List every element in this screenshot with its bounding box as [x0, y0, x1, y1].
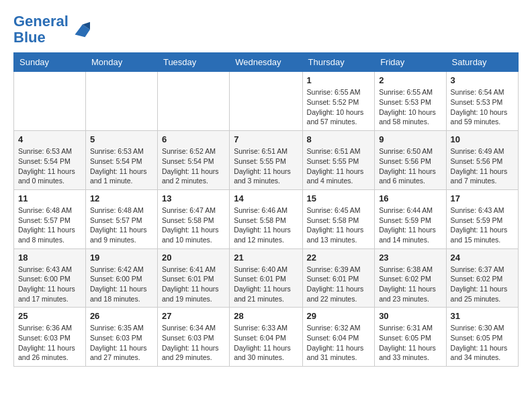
calendar-cell: 30Sunrise: 6:31 AM Sunset: 6:05 PM Dayli… — [375, 308, 446, 367]
day-header-sunday: Sunday — [14, 53, 86, 72]
day-number: 6 — [162, 134, 225, 144]
calendar-cell: 3Sunrise: 6:54 AM Sunset: 5:53 PM Daylig… — [446, 72, 518, 131]
day-number: 21 — [234, 253, 298, 263]
day-header-friday: Friday — [375, 53, 446, 72]
day-header-thursday: Thursday — [302, 53, 375, 72]
calendar-cell: 20Sunrise: 6:41 AM Sunset: 6:01 PM Dayli… — [157, 248, 229, 308]
calendar-cell — [85, 72, 157, 131]
calendar-cell: 18Sunrise: 6:43 AM Sunset: 6:00 PM Dayli… — [14, 248, 86, 308]
calendar-cell — [157, 72, 229, 131]
day-number: 28 — [234, 311, 298, 321]
day-number: 10 — [451, 134, 514, 144]
day-number: 9 — [379, 134, 441, 144]
day-info: Sunrise: 6:35 AM Sunset: 6:03 PM Dayligh… — [90, 323, 153, 363]
calendar-cell: 24Sunrise: 6:37 AM Sunset: 6:02 PM Dayli… — [446, 248, 518, 308]
calendar-cell: 9Sunrise: 6:50 AM Sunset: 5:56 PM Daylig… — [375, 131, 446, 190]
calendar-cell: 28Sunrise: 6:33 AM Sunset: 6:04 PM Dayli… — [230, 308, 302, 367]
day-number: 8 — [307, 134, 371, 144]
day-info: Sunrise: 6:48 AM Sunset: 5:57 PM Dayligh… — [90, 205, 153, 245]
calendar-cell: 21Sunrise: 6:40 AM Sunset: 6:01 PM Dayli… — [230, 248, 302, 308]
day-number: 14 — [234, 193, 298, 203]
day-info: Sunrise: 6:43 AM Sunset: 6:00 PM Dayligh… — [18, 265, 81, 304]
day-info: Sunrise: 6:34 AM Sunset: 6:03 PM Dayligh… — [162, 323, 225, 363]
day-info: Sunrise: 6:41 AM Sunset: 6:01 PM Dayligh… — [162, 265, 225, 304]
day-info: Sunrise: 6:43 AM Sunset: 5:59 PM Dayligh… — [451, 205, 514, 245]
day-info: Sunrise: 6:55 AM Sunset: 5:52 PM Dayligh… — [307, 87, 371, 127]
day-number: 11 — [18, 193, 81, 203]
day-header-saturday: Saturday — [446, 53, 518, 72]
calendar-cell: 17Sunrise: 6:43 AM Sunset: 5:59 PM Dayli… — [446, 189, 518, 248]
day-info: Sunrise: 6:31 AM Sunset: 6:05 PM Dayligh… — [379, 323, 441, 363]
calendar-cell: 25Sunrise: 6:36 AM Sunset: 6:03 PM Dayli… — [14, 308, 86, 367]
calendar-cell — [14, 72, 86, 131]
calendar-cell: 7Sunrise: 6:51 AM Sunset: 5:55 PM Daylig… — [230, 131, 302, 190]
page-header: GeneralBlue — [13, 13, 519, 46]
day-number: 29 — [307, 311, 371, 321]
calendar-header-row: SundayMondayTuesdayWednesdayThursdayFrid… — [14, 53, 519, 72]
day-number: 20 — [162, 253, 225, 263]
calendar-cell: 31Sunrise: 6:30 AM Sunset: 6:05 PM Dayli… — [446, 308, 518, 367]
calendar-cell — [230, 72, 302, 131]
day-number: 19 — [90, 253, 153, 263]
day-number: 1 — [307, 75, 371, 85]
calendar-cell: 8Sunrise: 6:51 AM Sunset: 5:55 PM Daylig… — [302, 131, 375, 190]
calendar-cell: 26Sunrise: 6:35 AM Sunset: 6:03 PM Dayli… — [85, 308, 157, 367]
day-header-monday: Monday — [85, 53, 157, 72]
logo-icon — [70, 19, 90, 40]
calendar-table: SundayMondayTuesdayWednesdayThursdayFrid… — [13, 52, 519, 367]
calendar-cell: 10Sunrise: 6:49 AM Sunset: 5:56 PM Dayli… — [446, 131, 518, 190]
calendar-cell: 29Sunrise: 6:32 AM Sunset: 6:04 PM Dayli… — [302, 308, 375, 367]
day-number: 16 — [379, 193, 441, 203]
day-number: 12 — [90, 193, 153, 203]
calendar-week-1: 1Sunrise: 6:55 AM Sunset: 5:52 PM Daylig… — [14, 72, 519, 131]
calendar-cell: 19Sunrise: 6:42 AM Sunset: 6:00 PM Dayli… — [85, 248, 157, 308]
day-info: Sunrise: 6:44 AM Sunset: 5:59 PM Dayligh… — [379, 205, 441, 245]
day-number: 27 — [162, 311, 225, 321]
calendar-cell: 16Sunrise: 6:44 AM Sunset: 5:59 PM Dayli… — [375, 189, 446, 248]
day-info: Sunrise: 6:48 AM Sunset: 5:57 PM Dayligh… — [18, 205, 81, 245]
calendar-cell: 14Sunrise: 6:46 AM Sunset: 5:58 PM Dayli… — [230, 189, 302, 248]
day-info: Sunrise: 6:39 AM Sunset: 6:01 PM Dayligh… — [307, 265, 371, 304]
calendar-cell: 23Sunrise: 6:38 AM Sunset: 6:02 PM Dayli… — [375, 248, 446, 308]
day-info: Sunrise: 6:55 AM Sunset: 5:53 PM Dayligh… — [379, 87, 441, 127]
day-info: Sunrise: 6:40 AM Sunset: 6:01 PM Dayligh… — [234, 265, 298, 304]
calendar-week-2: 4Sunrise: 6:53 AM Sunset: 5:54 PM Daylig… — [14, 131, 519, 190]
day-number: 22 — [307, 253, 371, 263]
day-number: 15 — [307, 193, 371, 203]
day-number: 17 — [451, 193, 514, 203]
day-number: 2 — [379, 75, 441, 85]
calendar-cell: 2Sunrise: 6:55 AM Sunset: 5:53 PM Daylig… — [375, 72, 446, 131]
day-info: Sunrise: 6:38 AM Sunset: 6:02 PM Dayligh… — [379, 265, 441, 304]
day-number: 23 — [379, 253, 441, 263]
day-info: Sunrise: 6:46 AM Sunset: 5:58 PM Dayligh… — [234, 205, 298, 245]
day-number: 13 — [162, 193, 225, 203]
day-info: Sunrise: 6:52 AM Sunset: 5:54 PM Dayligh… — [162, 146, 225, 186]
calendar-cell: 11Sunrise: 6:48 AM Sunset: 5:57 PM Dayli… — [14, 189, 86, 248]
day-number: 25 — [18, 311, 81, 321]
day-info: Sunrise: 6:53 AM Sunset: 5:54 PM Dayligh… — [18, 146, 81, 186]
day-number: 26 — [90, 311, 153, 321]
day-number: 5 — [90, 134, 153, 144]
calendar-cell: 15Sunrise: 6:45 AM Sunset: 5:58 PM Dayli… — [302, 189, 375, 248]
calendar-cell: 22Sunrise: 6:39 AM Sunset: 6:01 PM Dayli… — [302, 248, 375, 308]
day-info: Sunrise: 6:53 AM Sunset: 5:54 PM Dayligh… — [90, 146, 153, 186]
day-number: 3 — [451, 75, 514, 85]
day-number: 7 — [234, 134, 298, 144]
day-header-tuesday: Tuesday — [157, 53, 229, 72]
day-info: Sunrise: 6:50 AM Sunset: 5:56 PM Dayligh… — [379, 146, 441, 186]
calendar-week-5: 25Sunrise: 6:36 AM Sunset: 6:03 PM Dayli… — [14, 308, 519, 367]
calendar-cell: 27Sunrise: 6:34 AM Sunset: 6:03 PM Dayli… — [157, 308, 229, 367]
day-number: 4 — [18, 134, 81, 144]
day-info: Sunrise: 6:45 AM Sunset: 5:58 PM Dayligh… — [307, 205, 371, 245]
day-number: 31 — [451, 311, 514, 321]
calendar-cell: 5Sunrise: 6:53 AM Sunset: 5:54 PM Daylig… — [85, 131, 157, 190]
day-info: Sunrise: 6:51 AM Sunset: 5:55 PM Dayligh… — [307, 146, 371, 186]
day-info: Sunrise: 6:47 AM Sunset: 5:58 PM Dayligh… — [162, 205, 225, 245]
logo: GeneralBlue — [13, 13, 90, 46]
day-number: 24 — [451, 253, 514, 263]
day-number: 30 — [379, 311, 441, 321]
calendar-cell: 1Sunrise: 6:55 AM Sunset: 5:52 PM Daylig… — [302, 72, 375, 131]
day-info: Sunrise: 6:37 AM Sunset: 6:02 PM Dayligh… — [451, 265, 514, 304]
calendar-cell: 4Sunrise: 6:53 AM Sunset: 5:54 PM Daylig… — [14, 131, 86, 190]
day-number: 18 — [18, 253, 81, 263]
